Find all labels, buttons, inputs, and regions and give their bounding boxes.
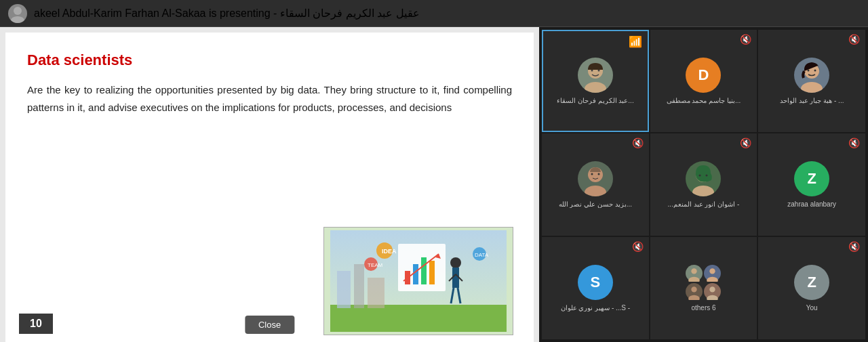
participant-cell: 🔇 Z zahraa alanbary — [758, 133, 865, 236]
slide-number: 10 — [19, 314, 53, 334]
title-bar-text: akeel Abdul-Karim Farhan Al-Sakaa is pre… — [34, 7, 420, 20]
participant-name: - S... - سهير نوري علوان — [561, 304, 631, 312]
svg-point-40 — [597, 173, 599, 175]
svg-point-1 — [11, 16, 24, 23]
svg-rect-15 — [413, 264, 418, 284]
title-bar: akeel Abdul-Karim Farhan Al-Sakaa is pre… — [0, 0, 868, 27]
mute-icon: 🔇 — [632, 241, 644, 252]
svg-rect-17 — [429, 261, 435, 284]
participant-name: - اشوان انور عبد المنعم... — [668, 200, 740, 208]
participant-cell: ⬛ 📶 ...عبد الكريم فرحان السقاء — [542, 30, 649, 132]
svg-rect-8 — [452, 268, 459, 288]
svg-text:DATA: DATA — [475, 252, 489, 258]
svg-point-44 — [699, 175, 701, 177]
svg-point-0 — [14, 7, 22, 15]
participant-name: ...بزيد حسن علي نصر الله — [559, 200, 632, 208]
you-cell: 🔇 Z You — [758, 237, 865, 339]
others-mini-3 — [686, 283, 703, 300]
mute-icon: 🔇 — [740, 137, 751, 148]
main-layout: Data scientists Are the key to realizing… — [0, 27, 868, 342]
svg-point-35 — [814, 70, 816, 72]
presentation-area: Data scientists Are the key to realizing… — [0, 27, 539, 342]
svg-point-50 — [710, 268, 715, 274]
svg-rect-3 — [330, 305, 507, 332]
svg-point-53 — [692, 286, 697, 292]
presenter-avatar — [8, 4, 27, 23]
slide-image: IDEA TEAM DATA — [323, 227, 513, 335]
svg-point-7 — [450, 257, 461, 268]
mute-icon: 🔇 — [740, 34, 751, 45]
participant-name: ...بنيا جاسم محمد مصطفى — [667, 97, 741, 104]
slide-content: Data scientists Are the key to realizing… — [5, 33, 534, 342]
you-initial: Z — [794, 265, 829, 300]
participant-cell: 🔇 D ...بنيا جاسم محمد مصطفى — [650, 30, 757, 132]
others-mini-2 — [704, 265, 721, 282]
svg-text:IDEA: IDEA — [382, 248, 397, 255]
svg-point-45 — [706, 175, 708, 177]
you-label: You — [806, 304, 818, 312]
participant-cell: 🔇 - اشوان انور عبد المنعم... — [650, 133, 757, 236]
svg-text:TEAM: TEAM — [368, 262, 383, 268]
close-button[interactable]: Close — [245, 316, 294, 334]
participant-avatar — [578, 58, 613, 93]
svg-point-39 — [591, 173, 593, 175]
participant-avatar — [686, 161, 721, 196]
participants-grid: ⬛ 📶 ...عبد الكريم فرحان السقاء — [539, 27, 868, 342]
participant-avatar — [578, 161, 613, 196]
others-count-label: 6 others — [691, 304, 715, 312]
others-mini-grid — [686, 265, 721, 300]
participant-cell: 🔇 S - S... - سهير نوري علوان — [542, 237, 649, 339]
slide-body: Are the key to realizing the opportuniti… — [27, 81, 512, 116]
svg-rect-5 — [354, 264, 364, 308]
others-mini-4 — [704, 283, 721, 300]
mute-icon: 🔇 — [848, 34, 860, 45]
participant-cell: 🔇 ... - هبة جبار عبد الواحد — [758, 30, 865, 132]
svg-rect-16 — [421, 257, 427, 284]
participant-name: zahraa alanbary — [787, 200, 836, 208]
svg-point-47 — [692, 268, 697, 274]
others-mini-1 — [686, 265, 703, 282]
participant-initial: S — [578, 265, 613, 300]
slide-title: Data scientists — [27, 51, 512, 69]
participant-cell: 🔇 ...بزيد حسن علي نصر الله — [542, 133, 649, 236]
svg-point-56 — [710, 286, 715, 292]
others-cell: 6 others — [650, 237, 757, 339]
participant-initial: D — [686, 58, 721, 93]
svg-rect-6 — [368, 278, 384, 308]
mute-icon: 🔇 — [848, 241, 860, 252]
participant-name: ...عبد الكريم فرحان السقاء — [557, 97, 634, 104]
participant-avatar — [794, 58, 829, 93]
participant-name: ... - هبة جبار عبد الواحد — [780, 97, 844, 104]
participant-initial: Z — [794, 161, 829, 196]
svg-rect-4 — [337, 271, 351, 308]
audio-wave-icon: 📶 — [629, 35, 642, 48]
mute-icon: 🔇 — [848, 137, 860, 148]
mute-icon: 🔇 — [632, 137, 644, 148]
